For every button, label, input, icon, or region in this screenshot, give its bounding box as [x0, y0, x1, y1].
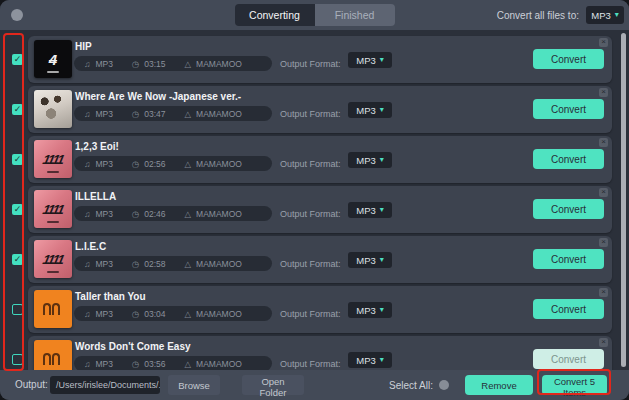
track-card: 4 HIP ♫ MP3 ◷ 03:15 △ MAMAMOO Output For…: [28, 36, 612, 83]
track-format: MP3: [95, 209, 112, 219]
output-format-dropdown[interactable]: MP3 ▾: [348, 102, 392, 118]
row-checkbox[interactable]: ✓: [12, 54, 23, 65]
track-artist: MAMAMOO: [196, 209, 242, 219]
checkbox-gutter: [0, 286, 28, 333]
track-artist: MAMAMOO: [196, 309, 242, 319]
track-meta-pill: ♫ MP3 ◷ 03:15 △ MAMAMOO: [74, 56, 272, 71]
output-format-label: Output Format:: [280, 359, 341, 369]
close-icon[interactable]: ×: [599, 338, 608, 347]
album-art-logo: 4: [49, 51, 57, 68]
convert-all-group: Convert all files to: MP3 ▾: [497, 0, 624, 30]
artist-icon: △: [185, 309, 192, 319]
album-art: 1111: [34, 140, 72, 178]
album-art-caption: [47, 271, 59, 273]
remove-button[interactable]: Remove: [465, 375, 533, 395]
convert-items-button[interactable]: Convert 5 Items: [542, 375, 607, 395]
output-path-field[interactable]: /Users/irislee/Documents/...: [50, 376, 160, 394]
convert-button[interactable]: Convert: [533, 349, 604, 369]
window-close-icon[interactable]: [11, 9, 23, 21]
output-format-value: MP3: [356, 55, 376, 66]
close-icon[interactable]: ×: [599, 88, 608, 97]
clock-icon: ◷: [132, 259, 139, 269]
track-meta-pill: ♫ MP3 ◷ 03:56 △ MAMAMOO: [74, 356, 272, 370]
output-format-dropdown[interactable]: MP3 ▾: [348, 302, 392, 318]
track-duration: 03:56: [144, 359, 165, 369]
track-card: 1111 ILLELLA ♫ MP3 ◷ 02:46 △ MAMAMOO Out…: [28, 186, 612, 233]
album-art-caption: [47, 321, 59, 323]
output-format-dropdown[interactable]: MP3 ▾: [348, 152, 392, 168]
caret-down-icon: ▾: [380, 56, 384, 64]
output-format-value: MP3: [356, 305, 376, 316]
close-icon[interactable]: ×: [599, 238, 608, 247]
track-card: Where Are We Now -Japanese ver.- ♫ MP3 ◷…: [28, 86, 612, 133]
artist-icon: △: [185, 59, 192, 69]
open-folder-button[interactable]: Open Folder: [242, 375, 304, 395]
output-format-value: MP3: [356, 105, 376, 116]
convert-button[interactable]: Convert: [533, 199, 604, 219]
track-card: Words Don't Come Easy ♫ MP3 ◷ 03:56 △ MA…: [28, 336, 612, 370]
track-duration: 03:04: [144, 309, 165, 319]
track-meta-pill: ♫ MP3 ◷ 02:46 △ MAMAMOO: [74, 206, 272, 221]
close-icon[interactable]: ×: [599, 288, 608, 297]
checkbox-gutter: ✓: [0, 186, 28, 233]
output-format-dropdown[interactable]: MP3 ▾: [348, 252, 392, 268]
close-icon[interactable]: ×: [599, 38, 608, 47]
track-artist: MAMAMOO: [196, 259, 242, 269]
track-artist: MAMAMOO: [196, 109, 242, 119]
row-checkbox[interactable]: ✓: [12, 154, 23, 165]
row-checkbox[interactable]: ✓: [12, 204, 23, 215]
footer-actions: Select All: Remove Convert 5 Items: [389, 370, 607, 400]
track-format: MP3: [95, 159, 112, 169]
track-title: ILLELLA: [75, 191, 116, 202]
row-checkbox[interactable]: [12, 304, 23, 315]
checkbox-gutter: ✓: [0, 136, 28, 183]
convert-button[interactable]: Convert: [533, 99, 604, 119]
app-window: Converting Finished Convert all files to…: [0, 0, 629, 400]
album-art-caption: [47, 121, 59, 123]
tab-finished[interactable]: Finished: [315, 4, 395, 26]
track-row: ✓ 4 HIP ♫ MP3 ◷ 03:15 △ MAMAMOO: [0, 36, 629, 83]
convert-button[interactable]: Convert: [533, 249, 604, 269]
scrollbar-thumb[interactable]: [621, 33, 626, 367]
track-title: HIP: [75, 41, 92, 52]
track-artist: MAMAMOO: [196, 359, 242, 369]
output-format-dropdown[interactable]: MP3 ▾: [348, 352, 392, 368]
close-icon[interactable]: ×: [599, 188, 608, 197]
checkbox-gutter: [0, 336, 28, 370]
convert-button[interactable]: Convert: [533, 49, 604, 69]
track-duration: 03:15: [144, 59, 165, 69]
track-duration: 02:56: [144, 159, 165, 169]
convert-all-dropdown[interactable]: MP3 ▾: [586, 6, 624, 24]
track-meta-pill: ♫ MP3 ◷ 03:47 △ MAMAMOO: [74, 106, 272, 121]
select-all-toggle[interactable]: [439, 380, 449, 390]
row-checkbox[interactable]: [12, 354, 23, 365]
caret-down-icon: ▾: [380, 206, 384, 214]
clock-icon: ◷: [132, 309, 139, 319]
track-format: MP3: [95, 109, 112, 119]
output-format-dropdown[interactable]: MP3 ▾: [348, 52, 392, 68]
track-row: ✓ 1111 1,2,3 Eoi! ♫ MP3 ◷ 02:56 △ MAMAMO…: [0, 136, 629, 183]
output-format-label: Output Format:: [280, 159, 341, 169]
convert-button[interactable]: Convert: [533, 299, 604, 319]
output-format-label: Output Format:: [280, 259, 341, 269]
row-checkbox[interactable]: ✓: [12, 254, 23, 265]
output-format-label: Output Format:: [280, 209, 341, 219]
caret-down-icon: ▾: [380, 256, 384, 264]
output-format-value: MP3: [356, 205, 376, 216]
row-checkbox[interactable]: ✓: [12, 104, 23, 115]
album-art: 1111: [34, 240, 72, 278]
track-title: L.I.E.C: [75, 241, 106, 252]
convert-button[interactable]: Convert: [533, 149, 604, 169]
browse-button[interactable]: Browse: [168, 375, 220, 395]
track-duration: 02:46: [144, 209, 165, 219]
track-format: MP3: [95, 259, 112, 269]
title-bar: Converting Finished Convert all files to…: [0, 0, 629, 30]
output-format-value: MP3: [356, 255, 376, 266]
track-list: ✓ 4 HIP ♫ MP3 ◷ 03:15 △ MAMAMOO: [0, 30, 629, 370]
track-format: MP3: [95, 359, 112, 369]
output-format-dropdown[interactable]: MP3 ▾: [348, 202, 392, 218]
artist-icon: △: [185, 359, 192, 369]
close-icon[interactable]: ×: [599, 138, 608, 147]
tab-converting[interactable]: Converting: [235, 4, 315, 26]
caret-down-icon: ▾: [380, 356, 384, 364]
